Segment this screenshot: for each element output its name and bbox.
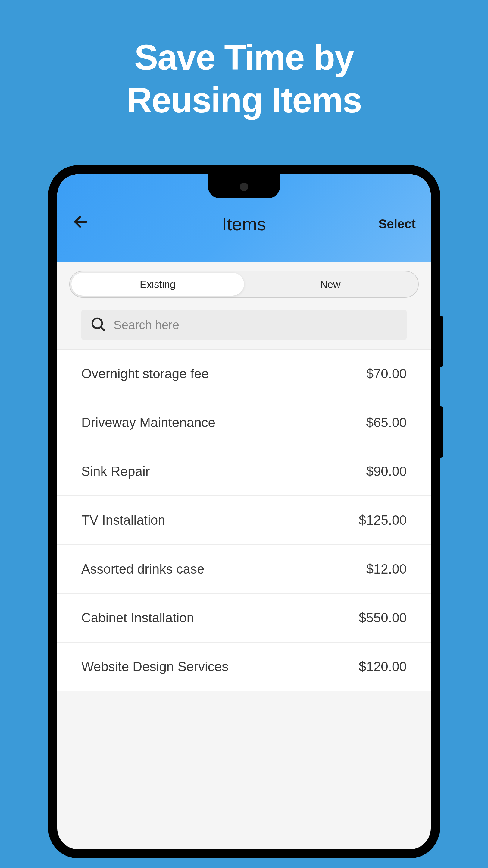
list-item[interactable]: Overnight storage fee $70.00	[57, 350, 431, 398]
tab-container: Existing New	[57, 261, 431, 304]
svg-line-2	[101, 327, 104, 330]
tab-existing[interactable]: Existing	[71, 273, 244, 296]
hero-title-line1: Save Time by	[134, 37, 354, 77]
item-price: $70.00	[366, 366, 407, 381]
items-list: Overnight storage fee $70.00 Driveway Ma…	[57, 349, 431, 691]
item-name: TV Installation	[82, 513, 165, 528]
list-item[interactable]: Sink Repair $90.00	[57, 447, 431, 496]
item-price: $125.00	[359, 513, 407, 528]
item-name: Sink Repair	[82, 464, 150, 479]
phone-frame: Items Select Existing New O	[48, 165, 440, 858]
list-item[interactable]: Assorted drinks case $12.00	[57, 545, 431, 594]
phone-side-button-2	[440, 406, 443, 458]
list-item[interactable]: Driveway Maintenance $65.00	[57, 398, 431, 447]
tab-switcher: Existing New	[69, 271, 419, 298]
item-price: $90.00	[366, 464, 407, 479]
list-item[interactable]: TV Installation $125.00	[57, 496, 431, 545]
item-price: $12.00	[366, 561, 407, 577]
item-name: Assorted drinks case	[82, 561, 204, 577]
phone-side-button-1	[440, 316, 443, 367]
phone-notch	[208, 174, 280, 198]
search-input[interactable]	[113, 318, 398, 332]
item-name: Website Design Services	[82, 659, 228, 674]
hero-title: Save Time by Reusing Items	[127, 36, 362, 121]
select-button[interactable]: Select	[378, 217, 416, 231]
list-item[interactable]: Website Design Services $120.00	[57, 643, 431, 691]
item-price: $550.00	[359, 610, 407, 625]
item-name: Overnight storage fee	[82, 366, 209, 381]
tab-new[interactable]: New	[244, 273, 417, 296]
item-price: $120.00	[359, 659, 407, 674]
list-item[interactable]: Cabinet Installation $550.00	[57, 594, 431, 643]
arrow-left-icon	[72, 213, 89, 230]
search-box[interactable]	[82, 310, 407, 340]
hero-title-line2: Reusing Items	[127, 80, 362, 120]
back-button[interactable]	[72, 213, 89, 235]
page-title: Items	[222, 214, 266, 235]
item-name: Driveway Maintenance	[82, 415, 216, 430]
search-container	[57, 304, 431, 349]
search-icon	[90, 316, 106, 333]
item-name: Cabinet Installation	[82, 610, 194, 625]
item-price: $65.00	[366, 415, 407, 430]
phone-screen: Items Select Existing New O	[57, 174, 431, 849]
